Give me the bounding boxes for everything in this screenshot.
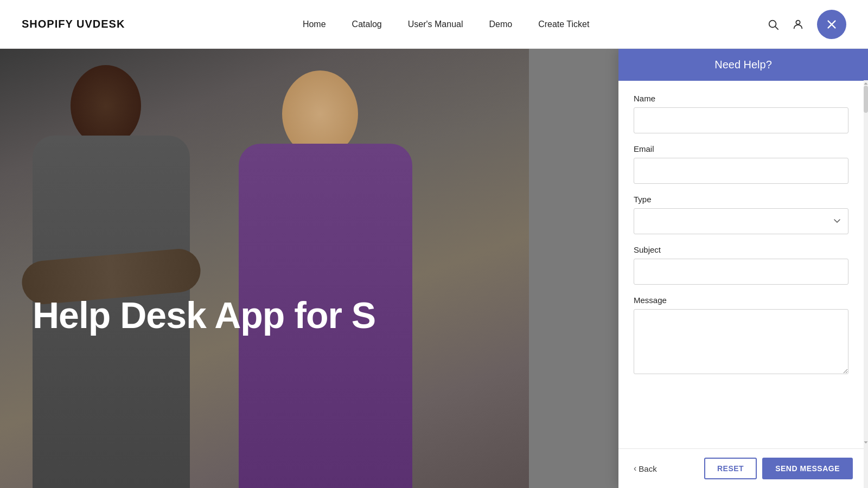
subject-field-group: Subject	[634, 245, 848, 285]
nav-catalog[interactable]: Catalog	[352, 20, 382, 29]
back-arrow-icon: ‹	[634, 464, 636, 473]
panel-header: Need Help?	[618, 49, 868, 81]
back-button[interactable]: ‹ Back	[634, 464, 657, 473]
search-icon	[767, 18, 779, 30]
name-field-group: Name	[634, 94, 848, 133]
panel-scrollbar-track	[864, 80, 868, 488]
panel-body: Name Email Type General Technical Billin…	[618, 81, 868, 448]
svg-line-1	[775, 27, 778, 29]
panel-footer: ‹ Back RESET SEND MESSAGE	[618, 448, 868, 488]
name-input[interactable]	[634, 107, 848, 133]
panel-scrollbar-thumb	[864, 86, 868, 113]
type-select[interactable]: General Technical Billing	[634, 208, 848, 234]
scroll-down-indicator	[864, 440, 868, 445]
reset-button[interactable]: RESET	[704, 458, 757, 479]
hero-text: Help Desk App for S	[33, 294, 375, 336]
user-button[interactable]	[792, 18, 804, 30]
type-field-group: Type General Technical Billing	[634, 195, 848, 234]
scroll-up-indicator	[864, 81, 868, 86]
nav-users-manual[interactable]: User's Manual	[408, 20, 463, 29]
svg-point-2	[796, 20, 800, 24]
type-label: Type	[634, 195, 848, 204]
email-field-group: Email	[634, 144, 848, 184]
logo: SHOPIFY UVDESK	[22, 18, 125, 30]
name-label: Name	[634, 94, 848, 103]
hero-image	[0, 49, 529, 488]
email-label: Email	[634, 144, 848, 153]
close-icon	[826, 18, 838, 30]
message-field-group: Message	[634, 296, 848, 376]
header: SHOPIFY UVDESK Home Catalog User's Manua…	[0, 0, 868, 49]
message-label: Message	[634, 296, 848, 305]
search-button[interactable]	[767, 18, 779, 30]
close-panel-button[interactable]	[817, 10, 846, 39]
main-nav: Home Catalog User's Manual Demo Create T…	[303, 20, 590, 29]
help-panel: Need Help? Name Email Type General Techn…	[618, 49, 868, 488]
subject-input[interactable]	[634, 259, 848, 285]
nav-home[interactable]: Home	[303, 20, 326, 29]
nav-create-ticket[interactable]: Create Ticket	[538, 20, 589, 29]
panel-title: Need Help?	[714, 59, 772, 70]
footer-action-buttons: RESET SEND MESSAGE	[704, 458, 853, 479]
email-input[interactable]	[634, 158, 848, 184]
send-message-button[interactable]: SEND MESSAGE	[762, 458, 853, 479]
subject-label: Subject	[634, 245, 848, 254]
user-icon	[792, 18, 804, 30]
nav-demo[interactable]: Demo	[489, 20, 513, 29]
header-icons	[767, 10, 846, 39]
back-label: Back	[639, 464, 656, 473]
message-textarea[interactable]	[634, 309, 848, 374]
